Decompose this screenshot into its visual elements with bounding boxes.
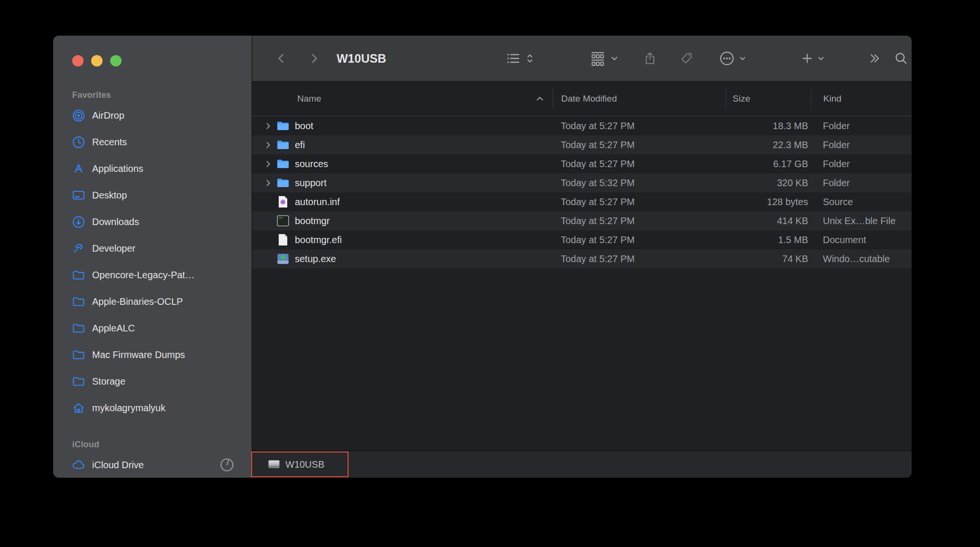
folder-file-icon	[276, 120, 290, 132]
finder-window: FavoritesAirDropRecentsApplicationsDeskt…	[53, 36, 912, 478]
sidebar-item-downloads[interactable]: Downloads	[53, 208, 252, 235]
disclosure-chevron-icon[interactable]	[264, 122, 272, 130]
share-button[interactable]	[643, 36, 657, 81]
sidebar-item-desktop[interactable]: Desktop	[53, 182, 252, 208]
sidebar-item-label: Storage	[92, 376, 125, 387]
maximize-window-button[interactable]	[110, 55, 122, 66]
column-header-kind[interactable]: Kind	[811, 88, 912, 109]
home-icon	[72, 401, 85, 415]
search-button[interactable]	[894, 36, 908, 81]
plus-icon	[801, 52, 813, 65]
cell-size: 414 KB	[726, 216, 811, 226]
search-icon	[894, 51, 908, 66]
close-window-button[interactable]	[72, 55, 84, 66]
cell-date-modified: Today at 5:27 PM	[553, 121, 726, 132]
desktop-icon	[72, 189, 85, 202]
ellipsis-circle-icon	[719, 50, 735, 66]
sidebar-item-applications[interactable]: Applications	[53, 155, 252, 182]
cell-name: autorun.inf	[252, 192, 553, 211]
main-pane: W10USB	[252, 36, 912, 478]
window-title: W10USB	[337, 36, 386, 81]
table-row[interactable]: bootmgr.efiToday at 5:27 PM1.5 MBDocumen…	[252, 230, 912, 249]
toolbar-overflow-button[interactable]	[868, 36, 881, 81]
file-name: efi	[295, 140, 305, 151]
tag-button[interactable]	[679, 36, 694, 81]
table-row[interactable]: autorun.infToday at 5:27 PM128 bytesSour…	[252, 192, 912, 211]
path-item-volume[interactable]: W10USB	[267, 459, 324, 470]
table-row[interactable]: bootToday at 5:27 PM18.3 MBFolder	[252, 116, 912, 135]
hammer-icon	[72, 242, 85, 255]
cell-date-modified: Today at 5:27 PM	[553, 254, 726, 264]
document-file-icon	[276, 234, 290, 246]
sidebar-item-opencore-legacy-pat[interactable]: Opencore-Legacy-Pat…	[53, 262, 252, 288]
folder-file-icon	[276, 158, 290, 170]
chevron-down-icon	[817, 54, 825, 63]
sidebar-item-storage[interactable]: Storage	[53, 368, 252, 395]
cell-date-modified: Today at 5:27 PM	[553, 159, 726, 170]
cell-name: boot	[252, 116, 553, 135]
cell-date-modified: Today at 5:27 PM	[553, 216, 726, 226]
file-name: bootmgr.efi	[295, 235, 342, 245]
cell-name: setup.exe	[252, 249, 553, 268]
sidebar-item-mykolagrymalyuk[interactable]: mykolagrymalyuk	[53, 395, 252, 421]
cell-date-modified: Today at 5:27 PM	[553, 235, 726, 245]
sidebar-item-apple-binaries-oclp[interactable]: Apple-Binaries-OCLP	[53, 288, 252, 315]
chevron-down-icon	[610, 54, 619, 63]
cell-kind: Unix Ex…ble File	[811, 216, 912, 226]
sidebar-item-label: mykolagrymalyuk	[92, 403, 165, 414]
tag-icon	[679, 51, 694, 66]
back-button[interactable]	[274, 36, 288, 81]
cell-name: bootmgr.efi	[252, 230, 553, 249]
sidebar-item-label: Downloads	[92, 217, 139, 227]
updown-chevrons-icon	[525, 52, 535, 65]
disclosure-chevron-icon[interactable]	[264, 160, 272, 168]
sidebar-item-airdrop[interactable]: AirDrop	[53, 102, 252, 129]
disclosure-chevron-icon[interactable]	[264, 179, 272, 187]
sort-asc-icon	[535, 94, 545, 104]
sidebar-item-developer[interactable]: Developer	[53, 235, 252, 262]
cell-size: 128 bytes	[726, 197, 811, 207]
disclosure-spacer	[264, 198, 272, 206]
file-list: bootToday at 5:27 PM18.3 MBFolderefiToda…	[252, 116, 912, 268]
table-row[interactable]: efiToday at 5:27 PM22.3 MBFolder	[252, 135, 912, 154]
add-button[interactable]	[801, 36, 825, 81]
table-row[interactable]: bootmgrToday at 5:27 PM414 KBUnix Ex…ble…	[252, 211, 912, 230]
sidebar-item-icloud-drive[interactable]: iCloud Drive	[53, 452, 252, 478]
sidebar-item-recents[interactable]: Recents	[53, 129, 252, 155]
minimize-window-button[interactable]	[91, 55, 103, 66]
table-row[interactable]: supportToday at 5:32 PM320 KBFolder	[252, 173, 912, 192]
view-options-button[interactable]	[505, 36, 535, 81]
sidebar-item-label: Apple-Binaries-OCLP	[92, 296, 183, 307]
chevron-right-icon	[308, 51, 321, 66]
cell-kind: Document	[811, 235, 912, 245]
cell-size: 6.17 GB	[726, 159, 811, 170]
cell-size: 22.3 MB	[726, 140, 811, 151]
path-bar: W10USB	[252, 451, 912, 478]
cell-name: efi	[252, 135, 553, 154]
forward-button[interactable]	[308, 36, 321, 81]
table-row[interactable]: sourcesToday at 5:27 PM6.17 GBFolder	[252, 154, 912, 173]
group-button[interactable]	[589, 36, 619, 81]
table-row[interactable]: setup.exeToday at 5:27 PM74 KBWindo…cuta…	[252, 249, 912, 268]
cell-date-modified: Today at 5:27 PM	[553, 140, 726, 151]
column-header-size[interactable]: Size	[726, 88, 811, 109]
folder-file-icon	[276, 177, 290, 189]
clock-icon	[72, 135, 85, 149]
executable-file-icon	[276, 215, 290, 227]
disclosure-spacer	[264, 217, 272, 225]
share-icon	[643, 51, 657, 66]
list-empty-area[interactable]	[252, 268, 912, 451]
sidebar-item-applealc[interactable]: AppleALC	[53, 315, 252, 341]
cell-kind: Folder	[811, 121, 912, 132]
download-circle-icon	[72, 215, 85, 229]
folder-icon	[72, 375, 85, 388]
column-header-name[interactable]: Name	[252, 88, 553, 109]
file-name: bootmgr	[295, 216, 330, 226]
cell-name: sources	[252, 154, 553, 173]
folder-icon	[72, 295, 85, 309]
more-actions-button[interactable]	[719, 36, 747, 81]
sidebar-item-mac-firmware-dumps[interactable]: Mac Firmware Dumps	[53, 341, 252, 368]
file-name: boot	[295, 121, 313, 132]
column-header-date-modified[interactable]: Date Modified	[553, 88, 726, 109]
disclosure-chevron-icon[interactable]	[264, 141, 272, 149]
